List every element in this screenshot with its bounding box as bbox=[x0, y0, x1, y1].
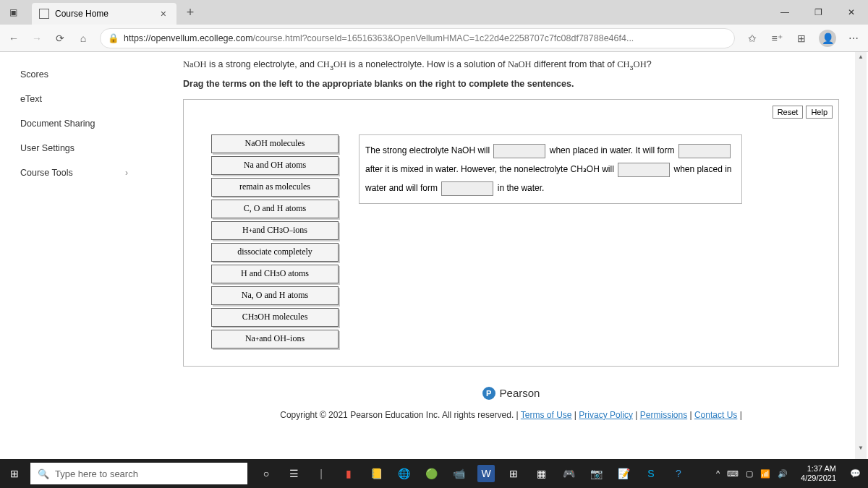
sentence-drop-target: The strong electrolyte NaOH will when pl… bbox=[359, 134, 742, 204]
sidebar-label: eText bbox=[20, 94, 42, 104]
favorite-star-icon[interactable]: ✩ bbox=[745, 33, 760, 44]
sep: | bbox=[687, 410, 694, 420]
taskbar-app-icon[interactable]: ▮ bbox=[340, 465, 357, 482]
sidebar-label: Course Tools bbox=[20, 168, 73, 178]
tray-keyboard-icon[interactable]: ⌨ bbox=[727, 469, 739, 479]
drag-zone: NaOH molecules Na and OH atoms remain as… bbox=[194, 134, 828, 348]
collections-icon[interactable]: ⊞ bbox=[794, 33, 809, 44]
pearson-p-icon: P bbox=[482, 387, 495, 400]
address-bar: ← → ⟳ ⌂ 🔒 https://openvellum.ecollege.co… bbox=[0, 25, 868, 52]
footer-link-contact[interactable]: Contact Us bbox=[694, 410, 737, 420]
system-tray: ^ ⌨ ▢ 📶 🔊 bbox=[709, 469, 795, 479]
taskbar-clock[interactable]: 1:37 AM 4/29/2021 bbox=[795, 464, 842, 483]
url-host: https://openvellum.ecollege.com bbox=[124, 33, 253, 43]
url-input[interactable]: 🔒 https://openvellum.ecollege.com/course… bbox=[100, 28, 735, 48]
tab-favicon bbox=[39, 9, 49, 19]
windows-taskbar: ⊞ 🔍 Type here to search ○ ☰ | ▮ 📒 🌐 🟢 📹 … bbox=[0, 459, 868, 488]
nav-home-icon[interactable]: ⌂ bbox=[77, 33, 90, 44]
taskbar-divider-icon: | bbox=[312, 465, 330, 482]
drag-term[interactable]: NaOH molecules bbox=[211, 134, 339, 153]
drop-blank-2[interactable] bbox=[678, 144, 731, 158]
drag-term[interactable]: H and CH3O atoms bbox=[211, 265, 339, 283]
drop-blank-1[interactable] bbox=[493, 144, 545, 158]
drag-term[interactable]: H+ and CH3O− ions bbox=[211, 221, 339, 240]
sidebar-item-etext[interactable]: eText bbox=[0, 87, 148, 111]
drag-term[interactable]: C, O and H atoms bbox=[211, 200, 339, 218]
taskbar-app-icon[interactable]: W bbox=[477, 465, 495, 482]
footer-link-permissions[interactable]: Permissions bbox=[640, 410, 687, 420]
window-minimize[interactable]: — bbox=[768, 0, 801, 25]
start-button[interactable]: ⊞ bbox=[0, 459, 29, 488]
taskbar-app-icon[interactable]: ☰ bbox=[285, 465, 302, 482]
drag-term[interactable]: dissociate completely bbox=[211, 243, 339, 262]
nav-refresh-icon[interactable]: ⟳ bbox=[54, 33, 67, 44]
reset-button[interactable]: Reset bbox=[773, 106, 804, 119]
window-maximize[interactable]: ❐ bbox=[801, 0, 835, 25]
terms-column: NaOH molecules Na and OH atoms remain as… bbox=[211, 134, 339, 348]
help-button[interactable]: Help bbox=[806, 106, 833, 119]
clock-date: 4/29/2021 bbox=[801, 474, 836, 483]
course-sidebar: Scores eText Document Sharing User Setti… bbox=[0, 52, 148, 459]
taskbar-app-icon[interactable]: ▦ bbox=[532, 465, 550, 482]
scroll-up-icon[interactable]: ▲ bbox=[855, 53, 867, 64]
drag-term[interactable]: remain as molecules bbox=[211, 178, 339, 197]
drag-term[interactable]: CH3OH molecules bbox=[211, 308, 339, 327]
browser-tab[interactable]: Course Home × bbox=[32, 3, 176, 25]
taskbar-app-icon[interactable]: 📹 bbox=[450, 465, 467, 482]
taskbar-search[interactable]: 🔍 Type here to search bbox=[30, 463, 247, 484]
drag-term[interactable]: Na+ and OH− ions bbox=[211, 330, 339, 348]
search-icon: 🔍 bbox=[38, 468, 49, 479]
scroll-down-icon[interactable]: ▼ bbox=[855, 445, 867, 455]
footer-link-terms[interactable]: Terms of Use bbox=[521, 410, 572, 420]
taskbar-app-icon[interactable]: 🟢 bbox=[422, 465, 440, 482]
sentence-text: in the water. bbox=[495, 183, 544, 193]
tray-battery-icon[interactable]: ▢ bbox=[746, 469, 753, 479]
window-controls: — ❐ ✕ bbox=[768, 0, 868, 25]
taskbar-app-icon[interactable]: ? bbox=[670, 465, 687, 482]
nav-back-icon[interactable]: ← bbox=[7, 33, 20, 44]
footer-link-privacy[interactable]: Privacy Policy bbox=[579, 410, 633, 420]
sidebar-item-course-tools[interactable]: Course Tools› bbox=[0, 160, 148, 185]
profile-avatar[interactable]: 👤 bbox=[819, 30, 836, 47]
sentence-text: when placed in water. It will form bbox=[547, 145, 676, 155]
taskbar-app-icon[interactable]: 📝 bbox=[615, 465, 632, 482]
tab-title: Course Home bbox=[55, 9, 109, 19]
sidebar-label: Document Sharing bbox=[20, 119, 95, 129]
tab-close-icon[interactable]: × bbox=[158, 8, 169, 20]
drag-term[interactable]: Na, O and H atoms bbox=[211, 286, 339, 305]
tray-chevron-icon[interactable]: ^ bbox=[716, 469, 720, 478]
nav-forward-icon: → bbox=[30, 33, 43, 44]
drop-blank-4[interactable] bbox=[441, 181, 493, 196]
scrollbar[interactable] bbox=[855, 52, 867, 459]
taskbar-app-icon[interactable]: ○ bbox=[258, 465, 275, 482]
favorites-bar-icon[interactable]: ≡⁺ bbox=[770, 33, 784, 44]
pearson-label: Pearson bbox=[500, 387, 540, 399]
chevron-right-icon: › bbox=[125, 168, 128, 178]
taskbar-app-icon[interactable]: 📒 bbox=[367, 465, 385, 482]
more-menu-icon[interactable]: ⋯ bbox=[846, 33, 861, 44]
window-close[interactable]: ✕ bbox=[835, 0, 868, 25]
tray-wifi-icon[interactable]: 📶 bbox=[760, 469, 770, 479]
sidebar-item-user-settings[interactable]: User Settings bbox=[0, 136, 148, 160]
browser-icon: ▣ bbox=[0, 7, 26, 17]
clock-time: 1:37 AM bbox=[801, 464, 836, 474]
taskbar-app-icon[interactable]: 📷 bbox=[587, 465, 605, 482]
copyright-text: Copyright © 2021 Pearson Education Inc. … bbox=[280, 410, 521, 420]
sentence-text: after it is mixed in water. However, the… bbox=[365, 164, 616, 174]
taskbar-app-icon[interactable]: ⊞ bbox=[505, 465, 522, 482]
sentence-text: The strong electrolyte NaOH will bbox=[365, 145, 492, 155]
pearson-brand: P Pearson bbox=[183, 387, 839, 400]
drop-blank-3[interactable] bbox=[618, 163, 670, 177]
sidebar-item-scores[interactable]: Scores bbox=[0, 62, 148, 87]
footer-links: Copyright © 2021 Pearson Education Inc. … bbox=[183, 410, 839, 420]
content-area: ▲ ▼ NaOH is a strong electrolyte, and CH… bbox=[148, 52, 868, 459]
notification-center-icon[interactable]: 💬 bbox=[842, 468, 868, 479]
taskbar-app-icon[interactable]: 🌐 bbox=[395, 465, 412, 482]
sidebar-label: Scores bbox=[20, 69, 48, 80]
drag-term[interactable]: Na and OH atoms bbox=[211, 156, 339, 175]
taskbar-app-icon[interactable]: 🎮 bbox=[560, 465, 577, 482]
tray-volume-icon[interactable]: 🔊 bbox=[778, 469, 788, 479]
new-tab-button[interactable]: + bbox=[179, 5, 201, 20]
sidebar-item-document-sharing[interactable]: Document Sharing bbox=[0, 111, 148, 136]
taskbar-app-icon[interactable]: S bbox=[642, 465, 660, 482]
